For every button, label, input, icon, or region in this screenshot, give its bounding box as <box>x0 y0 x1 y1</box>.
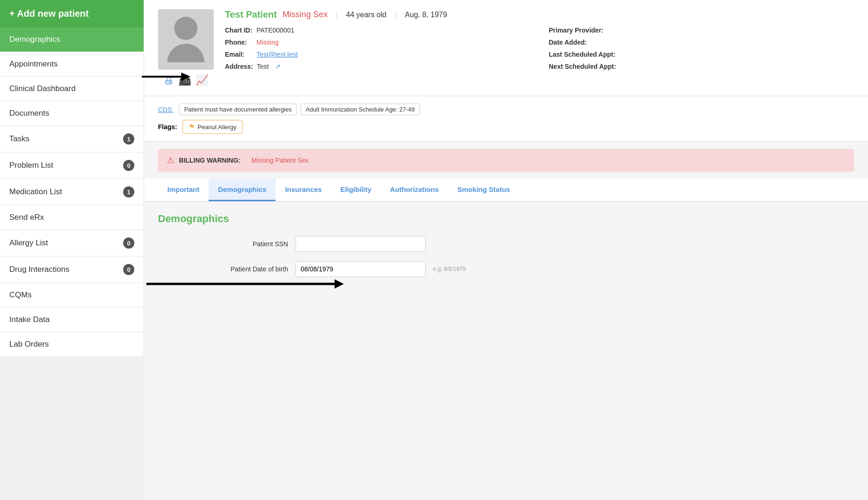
sidebar-item-label: Intake Data <box>9 315 50 324</box>
sidebar-item-label: Drug Interactions <box>9 265 69 274</box>
sidebar-item-label: Send eRx <box>9 213 44 222</box>
patient-name: Test Patient <box>225 9 277 20</box>
svg-marker-1 <box>181 72 191 81</box>
sidebar-item-lab-orders[interactable]: Lab Orders <box>0 332 144 357</box>
sidebar-badge: 0 <box>123 160 134 171</box>
patient-info: Test Patient Missing Sex | 44 years old … <box>225 9 854 70</box>
add-patient-button[interactable]: + Add new patient <box>0 0 144 27</box>
flag-tag[interactable]: ⚑Peanut Allergy <box>183 120 243 134</box>
last-appt-label: Last Scheduled Appt: <box>549 51 623 58</box>
sidebar-item-label: Lab Orders <box>9 340 49 349</box>
form-hint: e.g. 8/8/1979 <box>433 266 466 272</box>
tab-important[interactable]: Important <box>158 179 209 201</box>
sidebar-item-allergy-list[interactable]: Allergy List0 <box>0 230 144 257</box>
form-input-patient-date-of-birth[interactable] <box>296 261 426 277</box>
patient-age: 44 years old <box>346 11 387 19</box>
demographics-section-title: Demographics <box>158 213 854 225</box>
sidebar-item-label: Clinical Dashboard <box>9 84 76 93</box>
sidebar-item-documents[interactable]: Documents <box>0 101 144 126</box>
separator-1: | <box>336 11 338 19</box>
sidebar-item-drug-interactions[interactable]: Drug Interactions0 <box>0 257 144 283</box>
form-row: Patient SSN <box>158 236 854 252</box>
tab-demographics[interactable]: Demographics <box>209 179 276 201</box>
sidebar-item-label: Appointments <box>9 59 58 69</box>
patient-dob: Aug. 8, 1979 <box>405 11 447 19</box>
sidebar-item-cqms[interactable]: CQMs <box>0 283 144 308</box>
sidebar-item-send-erx[interactable]: Send eRx <box>0 205 144 230</box>
sidebar-item-label: Problem List <box>9 161 53 170</box>
sidebar-item-clinical-dashboard[interactable]: Clinical Dashboard <box>0 77 144 101</box>
billing-warning: ⚠ BILLING WARNING: Missing Patient Sex <box>158 149 854 171</box>
sidebar-item-demographics[interactable]: Demographics <box>0 27 144 52</box>
chart-id-value: PATE000001 <box>256 26 294 34</box>
sidebar-badge: 0 <box>123 237 134 249</box>
sidebar-item-label: Medication List <box>9 187 62 197</box>
form-label: Patient Date of birth <box>158 265 288 273</box>
sidebar-item-tasks[interactable]: Tasks1 <box>0 126 144 152</box>
sidebar-item-label: Documents <box>9 109 49 118</box>
flag-icon: ⚑ <box>189 123 195 131</box>
chart-id-label: Chart ID: <box>225 26 253 34</box>
address-external-link-icon[interactable]: ↗ <box>275 63 281 70</box>
tab-eligibility[interactable]: Eligibility <box>331 179 381 201</box>
vitals-icon[interactable]: 📈 <box>196 74 208 86</box>
address-value: Test <box>257 63 269 70</box>
billing-warning-message: Missing Patient Sex <box>251 157 309 164</box>
annotation-arrow-to-dob <box>144 277 344 291</box>
tabs-bar: ImportantDemographicsInsurancesEligibili… <box>144 179 868 202</box>
sidebar-item-intake-data[interactable]: Intake Data <box>0 308 144 332</box>
sidebar-badge: 1 <box>123 133 134 145</box>
cds-link[interactable]: CDS: <box>158 106 173 113</box>
phone-label: Phone: <box>225 39 253 46</box>
sidebar-item-label: Demographics <box>9 35 60 44</box>
cds-tag[interactable]: Patient must have documented allergies <box>179 104 296 115</box>
date-added-label: Date Added: <box>549 39 623 46</box>
tab-insurances[interactable]: Insurances <box>276 179 331 201</box>
section-content: Demographics Patient SSNPatient Date of … <box>144 202 868 279</box>
sidebar-item-label: Allergy List <box>9 238 48 248</box>
phone-value: Missing <box>256 39 278 46</box>
next-appt-label: Next Scheduled Appt: <box>549 63 623 70</box>
tab-authorizations[interactable]: Authorizations <box>381 179 448 201</box>
sidebar-item-label: Tasks <box>9 134 29 144</box>
sidebar-item-medication-list[interactable]: Medication List1 <box>0 179 144 205</box>
form-input-patient-ssn[interactable] <box>296 236 426 252</box>
email-label: Email: <box>225 51 253 58</box>
avatar <box>158 9 214 70</box>
form-label: Patient SSN <box>158 240 288 248</box>
separator-2: | <box>395 11 397 19</box>
flag-label: Peanut Allergy <box>197 124 237 131</box>
missing-sex-label: Missing Sex <box>283 10 328 20</box>
cds-tag[interactable]: Adult Immunization Schedule Age: 27-49 <box>301 104 420 115</box>
sidebar-badge: 1 <box>123 186 134 197</box>
cds-section: CDS: Patient must have documented allerg… <box>144 96 868 142</box>
flags-label: Flags: <box>158 123 177 131</box>
email-value[interactable]: Test@test.test <box>256 51 298 58</box>
billing-warning-strong: BILLING WARNING: <box>179 157 240 164</box>
annotation-arrow-to-header <box>139 70 191 84</box>
svg-marker-3 <box>335 279 344 289</box>
patient-header: 🖨 📠 📈 Test Patient Missing Sex | 44 year… <box>144 0 868 96</box>
sidebar-badge: 0 <box>123 264 134 275</box>
avatar-body <box>167 44 204 62</box>
sidebar-item-problem-list[interactable]: Problem List0 <box>0 152 144 179</box>
warning-icon: ⚠ <box>167 155 174 165</box>
address-label: Address: <box>225 63 253 70</box>
form-row: Patient Date of birthe.g. 8/8/1979 <box>158 261 854 277</box>
primary-provider-label: Primary Provider: <box>549 26 623 34</box>
sidebar-item-appointments[interactable]: Appointments <box>0 52 144 77</box>
tab-smoking-status[interactable]: Smoking Status <box>448 179 519 201</box>
sidebar-item-label: CQMs <box>9 290 32 300</box>
avatar-head <box>174 17 197 40</box>
